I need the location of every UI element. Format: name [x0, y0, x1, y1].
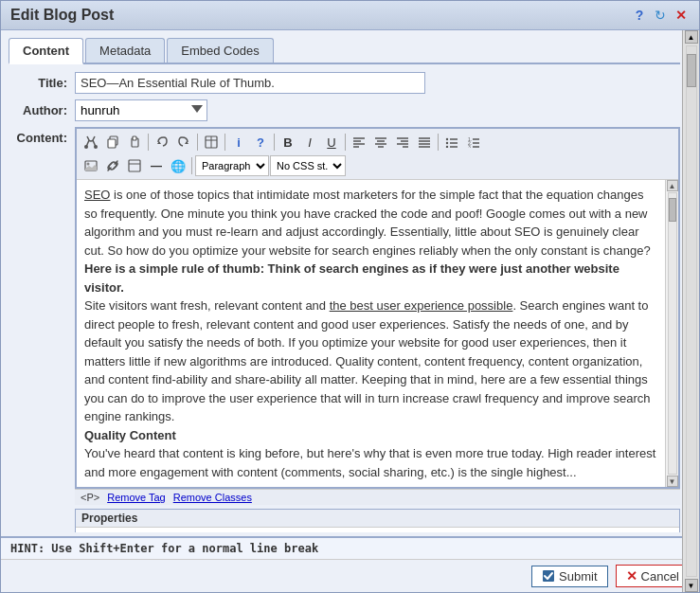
help-icon[interactable]: ? — [631, 7, 648, 24]
align-justify-button[interactable] — [414, 132, 435, 153]
tab-content[interactable]: Content — [9, 38, 83, 64]
footer: Submit ✕ Cancel — [1, 559, 699, 592]
svg-text:3.: 3. — [468, 144, 472, 148]
window-scroll-down[interactable]: ▼ — [685, 579, 698, 592]
title-bar: Edit Blog Post ? ↻ ✕ — [1, 1, 699, 30]
editor-wrap: i ? B I U — [75, 127, 680, 532]
editor-para-3: Site visitors want fresh, relevant conte… — [84, 296, 657, 426]
submit-icon — [542, 569, 555, 583]
tabs-container: Content Metadata Embed Codes — [9, 38, 680, 64]
paragraph-select[interactable]: Paragraph — [195, 155, 269, 176]
info-button[interactable]: i — [228, 132, 249, 153]
cancel-icon: ✕ — [626, 568, 637, 584]
hint-bar: HINT: Use Shift+Enter for a normal line … — [1, 536, 699, 559]
svg-point-27 — [446, 142, 448, 144]
editor-body-container: SEO is one of those topics that intimida… — [77, 180, 678, 487]
editor-container: i ? B I U — [75, 127, 680, 489]
remove-classes-link[interactable]: Remove Classes — [173, 492, 252, 503]
cancel-button[interactable]: ✕ Cancel — [616, 565, 690, 587]
svg-point-38 — [87, 163, 90, 166]
title-row: Title: — [9, 72, 680, 94]
table-button[interactable] — [201, 132, 222, 153]
cut-button[interactable] — [81, 132, 101, 153]
submit-button[interactable]: Submit — [531, 566, 607, 587]
title-input[interactable] — [75, 72, 425, 94]
bold-button[interactable]: B — [278, 132, 298, 153]
window-scrollbar: ▲ ▼ — [682, 30, 699, 592]
submit-label: Submit — [559, 569, 597, 584]
title-label: Title: — [9, 76, 75, 90]
window-title: Edit Blog Post — [10, 7, 114, 24]
redo-button[interactable] — [173, 132, 194, 153]
svg-rect-39 — [129, 160, 140, 171]
cancel-label: Cancel — [641, 569, 679, 584]
link-button[interactable] — [102, 155, 123, 176]
refresh-icon[interactable]: ↻ — [652, 7, 669, 24]
align-left-button[interactable] — [349, 132, 369, 153]
scroll-thumb[interactable] — [669, 198, 676, 222]
editor-para-2: Here is a simple rule of thumb: Think of… — [84, 260, 657, 296]
window-scroll-thumb[interactable] — [687, 54, 696, 87]
remove-tag-link[interactable]: Remove Tag — [107, 492, 166, 503]
sep3 — [224, 134, 225, 151]
ul-button[interactable] — [441, 132, 462, 153]
tab-metadata[interactable]: Metadata — [85, 38, 165, 63]
editor-scrollbar: ▲ ▼ — [665, 180, 678, 487]
block-button[interactable] — [124, 155, 145, 176]
sep6 — [438, 134, 439, 151]
svg-point-1 — [94, 145, 98, 149]
author-row: Author: hunruh — [9, 99, 680, 121]
svg-point-29 — [446, 146, 448, 148]
sep1 — [148, 134, 149, 151]
undo-button[interactable] — [152, 132, 172, 153]
window-scroll-track — [686, 45, 697, 577]
content-row: Content: — [9, 127, 680, 532]
editor-para-5: You've heard that content is king before… — [84, 444, 657, 481]
svg-rect-3 — [108, 139, 116, 148]
svg-point-0 — [84, 145, 88, 149]
properties-body: This panel will help you configure speci… — [76, 528, 679, 532]
help-btn[interactable]: ? — [250, 132, 271, 153]
sep2 — [197, 134, 198, 151]
title-bar-icons: ? ↻ ✕ — [631, 7, 690, 24]
svg-point-25 — [446, 138, 448, 140]
editor-statusbar: <P> Remove Tag Remove Classes — [75, 489, 680, 505]
scroll-track — [668, 192, 677, 475]
sep4 — [274, 134, 275, 151]
scroll-up-arrow[interactable]: ▲ — [667, 180, 678, 191]
content-label: Content: — [9, 127, 75, 145]
special-chars-button[interactable]: 🌐 — [168, 155, 188, 176]
paste-button[interactable] — [124, 132, 145, 153]
close-icon[interactable]: ✕ — [673, 7, 690, 24]
toolbar-row-1: i ? B I U — [81, 131, 674, 153]
ol-button[interactable]: 1.2.3. — [463, 132, 484, 153]
align-center-button[interactable] — [370, 132, 391, 153]
status-tag: <P> — [81, 492, 99, 503]
image-button[interactable] — [81, 155, 101, 176]
css-select[interactable]: No CSS st... — [270, 155, 346, 176]
editor-para-1: SEO is one of those topics that intimida… — [84, 186, 657, 260]
properties-legend: Properties — [76, 510, 679, 528]
align-right-button[interactable] — [392, 132, 413, 153]
sep5 — [345, 134, 346, 151]
properties-panel: Properties This panel will help you conf… — [75, 509, 680, 532]
editor-para-4: Quality Content — [84, 426, 657, 445]
scroll-down-arrow[interactable]: ▼ — [667, 476, 678, 487]
editor-toolbar: i ? B I U — [77, 129, 678, 180]
edit-blog-post-window: Edit Blog Post ? ↻ ✕ Content Metadata Em… — [0, 0, 700, 593]
sep7 — [191, 157, 192, 174]
italic-button[interactable]: I — [299, 132, 320, 153]
svg-rect-5 — [133, 136, 136, 140]
copy-button[interactable] — [102, 132, 123, 153]
toolbar-row-2: — 🌐 Paragraph No CSS st... — [81, 154, 674, 177]
underline-button[interactable]: U — [321, 132, 342, 153]
editor-text-area[interactable]: SEO is one of those topics that intimida… — [77, 180, 665, 487]
author-label: Author: — [9, 103, 75, 117]
window-scroll-up[interactable]: ▲ — [685, 30, 698, 44]
hint-text: HINT: Use Shift+Enter for a normal line … — [10, 542, 318, 555]
author-select[interactable]: hunruh — [75, 99, 207, 121]
tab-embed-codes[interactable]: Embed Codes — [167, 38, 273, 63]
hr-button[interactable]: — — [146, 155, 167, 176]
